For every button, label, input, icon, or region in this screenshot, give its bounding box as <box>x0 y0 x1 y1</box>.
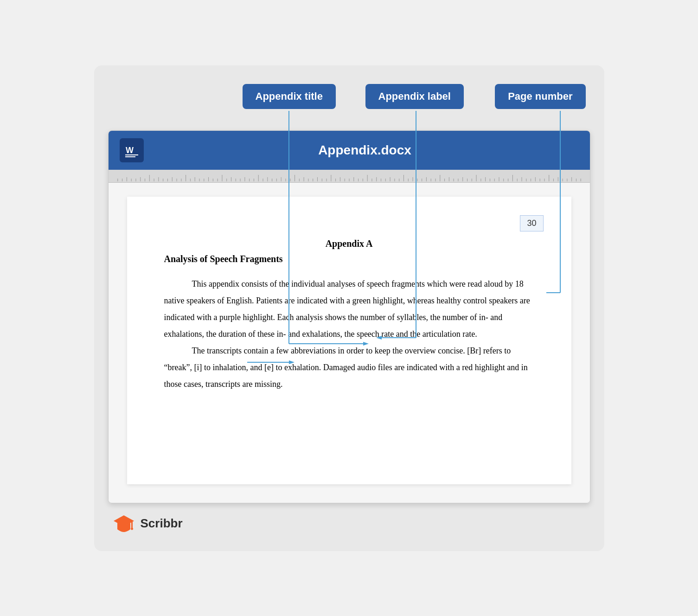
title-bar: W Appendix.docx <box>109 131 590 170</box>
labels-row: Appendix title Appendix label Page numbe… <box>108 79 590 121</box>
scribbr-brand-name: Scribbr <box>141 516 183 531</box>
page-number-box: 30 <box>520 215 543 231</box>
document-page: 30 Appendix A Analysis of Speech Fragmen… <box>127 197 571 484</box>
appendix-title-badge: Appendix title <box>243 84 336 109</box>
doc-body: 30 Appendix A Analysis of Speech Fragmen… <box>109 183 590 503</box>
word-document: W Appendix.docx // We'll just draw stati… <box>108 130 590 503</box>
appendix-label-badge: Appendix label <box>365 84 464 109</box>
ruler-svg: // We'll just draw static ticks in SVG <box>113 171 585 181</box>
analysis-title: Analysis of Speech Fragments <box>164 254 534 264</box>
svg-marker-108 <box>114 515 134 526</box>
scribbr-footer: Scribbr <box>108 503 590 537</box>
outer-container: Appendix title Appendix label Page numbe… <box>94 65 604 551</box>
appendix-title-label: Appendix title <box>256 90 323 102</box>
page-number-label: Page number <box>508 90 572 102</box>
svg-rect-109 <box>131 521 133 528</box>
ruler: // We'll just draw static ticks in SVG <box>109 170 590 183</box>
scribbr-logo-icon <box>113 513 135 535</box>
appendix-label-text: Appendix A <box>164 238 534 249</box>
svg-text:W: W <box>126 146 134 155</box>
page-number-badge: Page number <box>495 84 585 109</box>
body-paragraph-2: The transcripts contain a few abbreviati… <box>164 342 534 392</box>
appendix-label-label: Appendix label <box>378 90 451 102</box>
word-icon-svg: W <box>122 141 141 160</box>
body-paragraph-1: This appendix consists of the individual… <box>164 276 534 342</box>
doc-filename: Appendix.docx <box>151 143 579 158</box>
svg-point-110 <box>131 527 133 530</box>
word-icon: W <box>120 138 144 162</box>
